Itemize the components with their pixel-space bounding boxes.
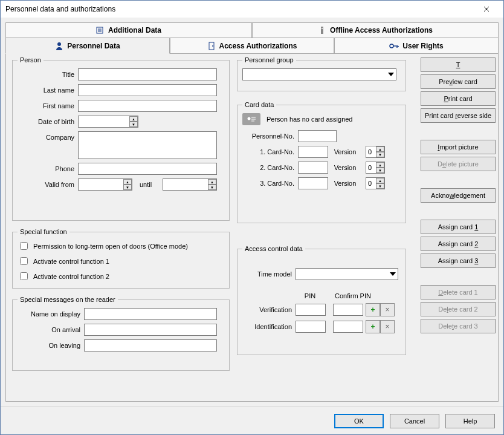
first-name-input[interactable] [78, 100, 217, 112]
bottom-bar: OK Cancel Help [1, 407, 503, 434]
special-messages-group: Special messages on the reader Name on d… [12, 296, 230, 371]
permission-longterm-checkbox[interactable] [20, 242, 28, 250]
person-legend: Person [18, 56, 44, 64]
personnel-no-input[interactable] [298, 130, 337, 142]
delete-card-1-button[interactable]: Delete card 1 [421, 285, 496, 299]
phone-label: Phone [18, 165, 78, 172]
svg-point-6 [390, 44, 393, 48]
dob-spinner[interactable]: ▲▼ [129, 116, 138, 127]
identification-add-button[interactable]: + [366, 320, 380, 333]
on-leaving-input[interactable] [84, 339, 217, 352]
offline-access-icon [318, 26, 326, 34]
card-icon [242, 113, 260, 125]
personnel-group-group: Personnel group [237, 56, 406, 91]
card2-input[interactable] [298, 162, 328, 174]
time-model-select[interactable] [296, 268, 398, 280]
acknowledgement-button[interactable]: Acknowledgement [421, 188, 496, 203]
personnel-group-select[interactable] [242, 68, 396, 80]
cancel-button[interactable]: Cancel [390, 414, 439, 428]
person-group: Person Title Last name First name Date o… [12, 56, 230, 221]
card-status-label: Person has no card assigned [267, 116, 352, 123]
permission-longterm-check[interactable]: Permission to long-term open of doors (O… [18, 240, 224, 252]
assign-card-2-button[interactable]: Assign card 2 [421, 237, 496, 251]
valid-until-spinner[interactable]: ▲▼ [208, 179, 216, 190]
title-input[interactable] [78, 68, 217, 80]
phone-input[interactable] [78, 163, 217, 175]
company-input[interactable] [78, 131, 217, 159]
assign-card-3-button[interactable]: Assign card 3 [421, 253, 496, 268]
verification-clear-button[interactable]: × [380, 303, 395, 316]
time-model-label: Time model [242, 270, 296, 278]
side-buttons: T Preview card Print card Print card rev… [421, 57, 496, 333]
print-card-reverse-button[interactable]: Print card reverse side [421, 108, 496, 123]
personnel-group-legend: Personnel group [242, 56, 296, 64]
tab-label: Additional Data [108, 26, 161, 34]
verification-confirm-input[interactable] [333, 304, 363, 316]
help-button[interactable]: Help [445, 414, 495, 428]
valid-from-spinner[interactable]: ▲▼ [123, 179, 132, 190]
version2-label: Version [328, 164, 366, 171]
close-button[interactable] [474, 1, 499, 17]
take-picture-button[interactable]: T [421, 57, 496, 72]
last-name-input[interactable] [78, 84, 217, 96]
activate-control-1-checkbox[interactable] [20, 257, 28, 265]
valid-from-label: Valid from [18, 181, 78, 188]
dob-label: Date of birth [18, 118, 78, 125]
tab-offline-access[interactable]: Offline Access Authorizations [252, 22, 499, 38]
pin-header: PIN [292, 292, 328, 299]
tab-label: User Rights [402, 42, 443, 50]
delete-picture-button[interactable]: Delete picture [421, 157, 496, 171]
tab-content: Person Title Last name First name Date o… [5, 54, 499, 402]
card3-label: 3. Card-No. [242, 180, 298, 187]
version1-spinner[interactable]: ▲▼ [376, 146, 384, 157]
first-name-label: First name [18, 102, 78, 110]
on-arrival-label: On arrival [18, 326, 84, 333]
person-icon [55, 42, 63, 50]
tab-additional-data[interactable]: Additional Data [5, 22, 252, 38]
version1-label: Version [328, 148, 366, 155]
access-control-legend: Access control data [242, 245, 305, 252]
activate-control-1-check[interactable]: Activate control function 1 [18, 255, 224, 267]
tab-access-authorizations[interactable]: Access Authorizations [170, 38, 334, 54]
tab-label: Personnel Data [67, 42, 120, 50]
card2-label: 2. Card-No. [242, 164, 298, 171]
until-label: until [132, 181, 163, 188]
delete-card-3-button[interactable]: Delete card 3 [421, 319, 496, 333]
tab-label: Offline Access Authorizations [330, 26, 433, 34]
identification-pin-input[interactable] [296, 321, 326, 333]
card1-input[interactable] [298, 146, 328, 158]
activate-control-2-checkbox[interactable] [20, 272, 28, 280]
activate-control-2-check[interactable]: Activate control function 2 [18, 270, 224, 282]
version3-spinner[interactable]: ▲▼ [376, 178, 384, 189]
identification-confirm-input[interactable] [333, 321, 363, 333]
tab-personnel-data[interactable]: Personnel Data [5, 38, 170, 54]
personnel-no-label: Personnel-No. [242, 132, 298, 140]
identification-clear-button[interactable]: × [380, 320, 395, 333]
name-on-display-input[interactable] [84, 308, 217, 320]
identification-label: Identification [242, 323, 296, 330]
svg-point-5 [212, 45, 213, 47]
preview-card-button[interactable]: Preview card [421, 74, 496, 89]
on-arrival-input[interactable] [84, 324, 217, 336]
tab-user-rights[interactable]: User Rights [334, 38, 499, 54]
verification-add-button[interactable]: + [366, 303, 380, 316]
import-picture-button[interactable]: Import picture [421, 140, 496, 154]
card-data-legend: Card data [242, 101, 276, 108]
ok-button[interactable]: OK [334, 414, 384, 428]
verification-label: Verification [242, 306, 296, 313]
verification-pin-input[interactable] [296, 304, 326, 316]
card3-input[interactable] [298, 177, 328, 189]
version2-spinner[interactable]: ▲▼ [376, 162, 384, 173]
svg-rect-1 [321, 27, 323, 34]
tab-row-bottom: Personnel Data Access Authorizations Use… [5, 38, 499, 54]
activate-control-1-label: Activate control function 1 [33, 258, 109, 265]
special-function-legend: Special function [18, 228, 69, 235]
window-title: Personnel data and authorizations [5, 5, 474, 13]
svg-point-3 [57, 42, 61, 46]
activate-control-2-label: Activate control function 2 [33, 273, 109, 280]
last-name-label: Last name [18, 87, 78, 94]
assign-card-1-button[interactable]: Assign card 1 [421, 220, 496, 234]
print-card-button[interactable]: Print card [421, 91, 496, 106]
confirm-pin-header: Confirm PIN [328, 292, 378, 299]
delete-card-2-button[interactable]: Delete card 2 [421, 302, 496, 316]
